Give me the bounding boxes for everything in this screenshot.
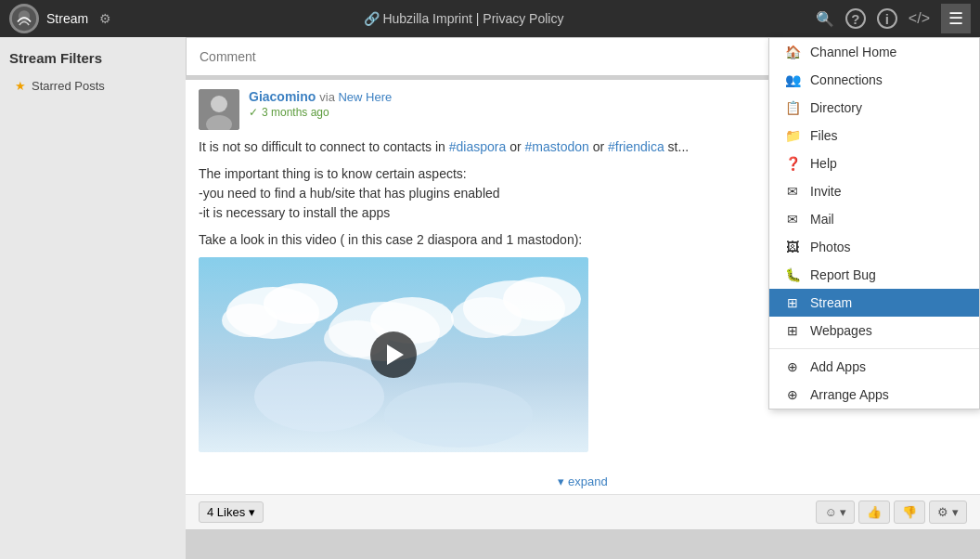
files-icon: 📁	[784, 128, 801, 143]
menu-item-label: Connections	[810, 72, 883, 87]
info-icon[interactable]: i	[877, 8, 897, 29]
navbar-center: 🔗 Hubzilla Imprint | Privacy Policy	[111, 11, 816, 26]
navbar-brand: Stream ⚙	[9, 4, 111, 33]
sidebar-item-label: Starred Posts	[32, 79, 105, 93]
hashtag-friendica[interactable]: #friendica	[608, 139, 664, 154]
menu-item-channel-home[interactable]: 🏠 Channel Home	[769, 38, 979, 66]
code-icon[interactable]: </>	[909, 10, 930, 27]
hashtag-mastodon[interactable]: #mastodon	[525, 139, 589, 154]
menu-item-label: Invite	[810, 184, 841, 199]
post-footer: 4 Likes ▾ ☺ ▾ 👍 👎 ⚙ ▾	[186, 494, 980, 529]
menu-item-arrange-apps[interactable]: ⊕ Arrange Apps	[769, 381, 979, 409]
navbar-gear-icon[interactable]: ⚙	[99, 11, 111, 26]
menu-item-files[interactable]: 📁 Files	[769, 122, 979, 150]
search-icon[interactable]: 🔍	[816, 10, 834, 28]
dislike-button[interactable]: 👎	[894, 500, 925, 524]
channel-home-icon: 🏠	[784, 45, 801, 59]
menu-item-invite[interactable]: ✉ Invite	[769, 177, 979, 205]
sidebar: Stream Filters ★ Starred Posts	[0, 37, 186, 559]
menu-item-label: Mail	[810, 212, 834, 227]
like-button[interactable]: 👍	[858, 500, 890, 524]
post-channel[interactable]: New Here	[338, 90, 392, 104]
report-bug-icon: 🐛	[784, 267, 801, 282]
footer-actions: ☺ ▾ 👍 👎 ⚙ ▾	[816, 500, 967, 524]
webpages-icon: ⊞	[784, 323, 801, 338]
sidebar-title: Stream Filters	[9, 50, 176, 66]
menu-item-label: Arrange Apps	[810, 387, 889, 402]
menu-item-label: Report Bug	[810, 267, 876, 282]
help-menu-icon: ❓	[784, 156, 801, 171]
menu-item-mail[interactable]: ✉ Mail	[769, 205, 979, 233]
more-button[interactable]: ⚙ ▾	[929, 500, 967, 524]
svg-point-15	[254, 361, 384, 432]
menu-item-label: Stream	[810, 295, 852, 310]
post-timestamp: 3 months ago	[262, 106, 329, 119]
main-layout: Stream Filters ★ Starred Posts	[0, 37, 980, 559]
play-button[interactable]	[370, 332, 417, 378]
expand-link[interactable]: ▾ expand	[186, 469, 980, 494]
hashtag-diaspora[interactable]: #diaspora	[449, 139, 507, 154]
hamburger-button[interactable]: ☰	[941, 4, 971, 33]
menu-item-label: Add Apps	[810, 359, 866, 374]
stream-menu-icon: ⊞	[784, 295, 801, 310]
likes-button[interactable]: 4 Likes ▾	[199, 501, 264, 523]
menu-item-help[interactable]: ❓ Help	[769, 150, 979, 177]
navbar-stream-label[interactable]: Stream	[46, 11, 88, 26]
connections-icon: 👥	[784, 72, 801, 87]
arrange-apps-icon: ⊕	[784, 387, 801, 402]
sidebar-item-starred-posts[interactable]: ★ Starred Posts	[9, 75, 176, 97]
svg-point-8	[222, 304, 277, 337]
menu-item-webpages[interactable]: ⊞ Webpages	[769, 317, 979, 344]
svg-point-14	[451, 297, 522, 338]
menu-item-photos[interactable]: 🖼 Photos	[769, 233, 979, 261]
directory-icon: 📋	[784, 100, 801, 115]
navbar-right: 🔍 ? i </> ☰	[816, 4, 971, 33]
menu-item-label: Photos	[810, 240, 851, 254]
emoji-button[interactable]: ☺ ▾	[816, 500, 855, 524]
photos-icon: 🖼	[784, 240, 801, 254]
menu-item-directory[interactable]: 📋 Directory	[769, 94, 979, 122]
post-author[interactable]: Giacomino	[249, 89, 316, 104]
expand-label: expand	[568, 474, 608, 488]
invite-icon: ✉	[784, 184, 801, 199]
help-icon[interactable]: ?	[845, 8, 866, 29]
menu-item-label: Directory	[810, 100, 862, 115]
menu-item-stream[interactable]: ⊞ Stream	[769, 289, 979, 317]
menu-item-connections[interactable]: 👥 Connections	[769, 66, 979, 94]
menu-item-report-bug[interactable]: 🐛 Report Bug	[769, 261, 979, 289]
post-avatar	[199, 89, 239, 130]
navbar: Stream ⚙ 🔗 Hubzilla Imprint | Privacy Po…	[0, 0, 980, 37]
dropdown-menu: 🏠 Channel Home 👥 Connections 📋 Directory…	[768, 37, 980, 410]
menu-item-label: Webpages	[810, 323, 872, 338]
menu-item-label: Help	[810, 156, 837, 171]
mail-icon: ✉	[784, 212, 801, 227]
post-via: via	[319, 90, 338, 104]
menu-item-add-apps[interactable]: ⊕ Add Apps	[769, 353, 979, 381]
menu-divider	[769, 348, 979, 349]
expand-chevron: ▾	[558, 474, 564, 488]
likes-caret: ▾	[249, 505, 255, 519]
brand-logo[interactable]	[9, 4, 39, 33]
svg-point-3	[211, 96, 227, 112]
star-icon: ★	[15, 79, 26, 93]
navbar-center-text: 🔗 Hubzilla Imprint | Privacy Policy	[364, 11, 564, 26]
menu-item-label: Channel Home	[810, 45, 896, 59]
add-apps-icon: ⊕	[784, 359, 801, 374]
likes-label: 4 Likes	[207, 505, 245, 519]
video-thumbnail[interactable]	[199, 257, 588, 452]
verified-icon: ✓	[249, 106, 258, 119]
menu-item-label: Files	[810, 128, 838, 143]
svg-point-16	[384, 383, 533, 448]
